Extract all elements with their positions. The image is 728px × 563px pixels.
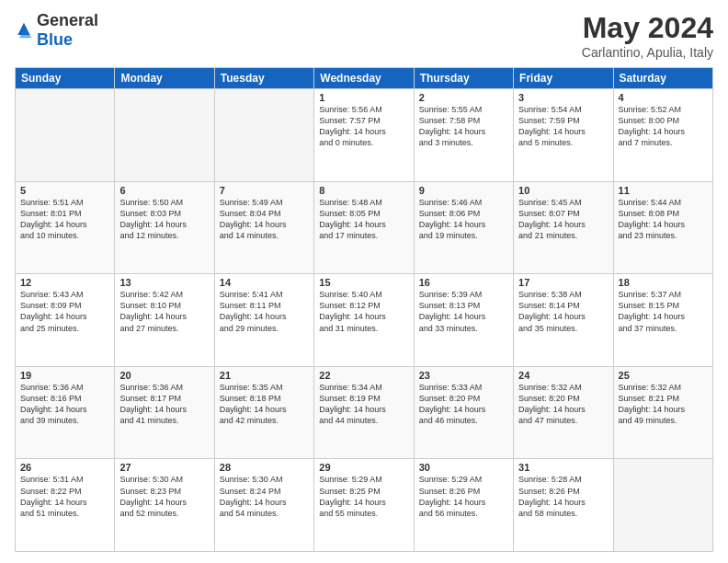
day-info: Sunrise: 5:38 AMSunset: 8:14 PMDaylight:… bbox=[518, 289, 608, 334]
logo-general: General bbox=[37, 11, 98, 29]
calendar-week-3: 19Sunrise: 5:36 AMSunset: 8:16 PMDayligh… bbox=[16, 366, 713, 459]
col-tuesday: Tuesday bbox=[214, 68, 313, 89]
calendar-week-2: 12Sunrise: 5:43 AMSunset: 8:09 PMDayligh… bbox=[16, 274, 713, 367]
calendar-cell: 22Sunrise: 5:34 AMSunset: 8:19 PMDayligh… bbox=[314, 366, 414, 459]
day-info: Sunrise: 5:37 AMSunset: 8:15 PMDaylight:… bbox=[619, 289, 708, 334]
day-info: Sunrise: 5:36 AMSunset: 8:17 PMDaylight:… bbox=[119, 382, 209, 427]
day-info: Sunrise: 5:55 AMSunset: 7:58 PMDaylight:… bbox=[419, 104, 508, 149]
day-number: 23 bbox=[419, 370, 508, 381]
calendar-cell: 12Sunrise: 5:43 AMSunset: 8:09 PMDayligh… bbox=[16, 274, 115, 367]
day-info: Sunrise: 5:34 AMSunset: 8:19 PMDaylight:… bbox=[319, 382, 408, 427]
calendar-cell: 23Sunrise: 5:33 AMSunset: 8:20 PMDayligh… bbox=[414, 366, 513, 459]
calendar-cell bbox=[613, 459, 712, 552]
calendar-cell bbox=[214, 89, 313, 182]
calendar-cell: 29Sunrise: 5:29 AMSunset: 8:25 PMDayligh… bbox=[314, 459, 414, 552]
col-sunday: Sunday bbox=[16, 68, 115, 89]
calendar-cell: 8Sunrise: 5:48 AMSunset: 8:05 PMDaylight… bbox=[314, 181, 414, 274]
calendar-cell: 26Sunrise: 5:31 AMSunset: 8:22 PMDayligh… bbox=[16, 459, 115, 552]
calendar-cell: 6Sunrise: 5:50 AMSunset: 8:03 PMDaylight… bbox=[115, 181, 214, 274]
day-number: 22 bbox=[319, 370, 408, 381]
calendar-cell: 16Sunrise: 5:39 AMSunset: 8:13 PMDayligh… bbox=[414, 274, 513, 367]
day-number: 21 bbox=[220, 370, 309, 381]
calendar-cell: 1Sunrise: 5:56 AMSunset: 7:57 PMDaylight… bbox=[314, 89, 414, 182]
col-wednesday: Wednesday bbox=[314, 68, 414, 89]
col-friday: Friday bbox=[514, 68, 613, 89]
calendar-cell: 27Sunrise: 5:30 AMSunset: 8:23 PMDayligh… bbox=[115, 459, 214, 552]
calendar-cell: 2Sunrise: 5:55 AMSunset: 7:58 PMDaylight… bbox=[414, 89, 513, 182]
logo-text: General Blue bbox=[37, 11, 98, 50]
day-info: Sunrise: 5:32 AMSunset: 8:20 PMDaylight:… bbox=[518, 382, 608, 427]
day-info: Sunrise: 5:41 AMSunset: 8:11 PMDaylight:… bbox=[220, 289, 309, 334]
location-subtitle: Carlantino, Apulia, Italy bbox=[582, 45, 713, 60]
day-number: 20 bbox=[119, 370, 209, 381]
day-info: Sunrise: 5:33 AMSunset: 8:20 PMDaylight:… bbox=[419, 382, 508, 427]
month-title: May 2024 bbox=[582, 11, 713, 45]
logo-blue: Blue bbox=[37, 30, 73, 49]
day-info: Sunrise: 5:32 AMSunset: 8:21 PMDaylight:… bbox=[619, 382, 708, 427]
calendar-cell: 24Sunrise: 5:32 AMSunset: 8:20 PMDayligh… bbox=[514, 366, 613, 459]
calendar-cell: 3Sunrise: 5:54 AMSunset: 7:59 PMDaylight… bbox=[514, 89, 613, 182]
day-info: Sunrise: 5:36 AMSunset: 8:16 PMDaylight:… bbox=[20, 382, 109, 427]
calendar-cell: 10Sunrise: 5:45 AMSunset: 8:07 PMDayligh… bbox=[514, 181, 613, 274]
day-number: 7 bbox=[220, 185, 309, 196]
day-number: 4 bbox=[619, 92, 708, 103]
day-number: 26 bbox=[20, 462, 109, 473]
calendar-cell: 14Sunrise: 5:41 AMSunset: 8:11 PMDayligh… bbox=[214, 274, 313, 367]
day-info: Sunrise: 5:30 AMSunset: 8:24 PMDaylight:… bbox=[220, 474, 309, 519]
calendar-cell: 9Sunrise: 5:46 AMSunset: 8:06 PMDaylight… bbox=[414, 181, 513, 274]
col-thursday: Thursday bbox=[414, 68, 513, 89]
calendar-week-1: 5Sunrise: 5:51 AMSunset: 8:01 PMDaylight… bbox=[16, 181, 713, 274]
day-number: 13 bbox=[119, 277, 209, 288]
calendar-cell: 15Sunrise: 5:40 AMSunset: 8:12 PMDayligh… bbox=[314, 274, 414, 367]
day-info: Sunrise: 5:29 AMSunset: 8:25 PMDaylight:… bbox=[319, 474, 408, 519]
day-number: 9 bbox=[419, 185, 508, 196]
day-number: 1 bbox=[319, 92, 408, 103]
day-number: 3 bbox=[518, 92, 608, 103]
day-number: 28 bbox=[220, 462, 309, 473]
day-info: Sunrise: 5:39 AMSunset: 8:13 PMDaylight:… bbox=[419, 289, 508, 334]
day-number: 2 bbox=[419, 92, 508, 103]
day-number: 16 bbox=[419, 277, 508, 288]
day-info: Sunrise: 5:43 AMSunset: 8:09 PMDaylight:… bbox=[20, 289, 109, 334]
day-info: Sunrise: 5:40 AMSunset: 8:12 PMDaylight:… bbox=[319, 289, 408, 334]
calendar-week-0: 1Sunrise: 5:56 AMSunset: 7:57 PMDaylight… bbox=[16, 89, 713, 182]
header-row: Sunday Monday Tuesday Wednesday Thursday… bbox=[16, 68, 713, 89]
day-number: 11 bbox=[619, 185, 708, 196]
day-info: Sunrise: 5:52 AMSunset: 8:00 PMDaylight:… bbox=[619, 104, 708, 149]
calendar-cell: 25Sunrise: 5:32 AMSunset: 8:21 PMDayligh… bbox=[613, 366, 712, 459]
day-number: 18 bbox=[619, 277, 708, 288]
calendar-cell: 13Sunrise: 5:42 AMSunset: 8:10 PMDayligh… bbox=[115, 274, 214, 367]
day-info: Sunrise: 5:30 AMSunset: 8:23 PMDaylight:… bbox=[119, 474, 209, 519]
day-number: 12 bbox=[20, 277, 109, 288]
calendar-table: Sunday Monday Tuesday Wednesday Thursday… bbox=[15, 67, 713, 552]
calendar-cell: 21Sunrise: 5:35 AMSunset: 8:18 PMDayligh… bbox=[214, 366, 313, 459]
day-number: 31 bbox=[518, 462, 608, 473]
calendar-cell: 19Sunrise: 5:36 AMSunset: 8:16 PMDayligh… bbox=[16, 366, 115, 459]
calendar-cell: 31Sunrise: 5:28 AMSunset: 8:26 PMDayligh… bbox=[514, 459, 613, 552]
day-info: Sunrise: 5:42 AMSunset: 8:10 PMDaylight:… bbox=[119, 289, 209, 334]
calendar-cell: 18Sunrise: 5:37 AMSunset: 8:15 PMDayligh… bbox=[613, 274, 712, 367]
day-number: 5 bbox=[20, 185, 109, 196]
day-number: 8 bbox=[319, 185, 408, 196]
day-info: Sunrise: 5:31 AMSunset: 8:22 PMDaylight:… bbox=[20, 474, 109, 519]
day-info: Sunrise: 5:56 AMSunset: 7:57 PMDaylight:… bbox=[319, 104, 408, 149]
day-number: 27 bbox=[119, 462, 209, 473]
calendar-cell bbox=[115, 89, 214, 182]
calendar-cell: 17Sunrise: 5:38 AMSunset: 8:14 PMDayligh… bbox=[514, 274, 613, 367]
day-number: 24 bbox=[518, 370, 608, 381]
day-number: 29 bbox=[319, 462, 408, 473]
day-info: Sunrise: 5:29 AMSunset: 8:26 PMDaylight:… bbox=[419, 474, 508, 519]
day-info: Sunrise: 5:45 AMSunset: 8:07 PMDaylight:… bbox=[518, 197, 608, 242]
day-info: Sunrise: 5:46 AMSunset: 8:06 PMDaylight:… bbox=[419, 197, 508, 242]
calendar-cell: 7Sunrise: 5:49 AMSunset: 8:04 PMDaylight… bbox=[214, 181, 313, 274]
day-number: 19 bbox=[20, 370, 109, 381]
day-info: Sunrise: 5:54 AMSunset: 7:59 PMDaylight:… bbox=[518, 104, 608, 149]
day-info: Sunrise: 5:28 AMSunset: 8:26 PMDaylight:… bbox=[518, 474, 608, 519]
calendar-cell: 28Sunrise: 5:30 AMSunset: 8:24 PMDayligh… bbox=[214, 459, 313, 552]
calendar-cell: 4Sunrise: 5:52 AMSunset: 8:00 PMDaylight… bbox=[613, 89, 712, 182]
day-number: 30 bbox=[419, 462, 508, 473]
day-number: 10 bbox=[518, 185, 608, 196]
logo-icon bbox=[15, 21, 33, 40]
title-area: May 2024 Carlantino, Apulia, Italy bbox=[582, 11, 713, 60]
calendar-cell bbox=[16, 89, 115, 182]
